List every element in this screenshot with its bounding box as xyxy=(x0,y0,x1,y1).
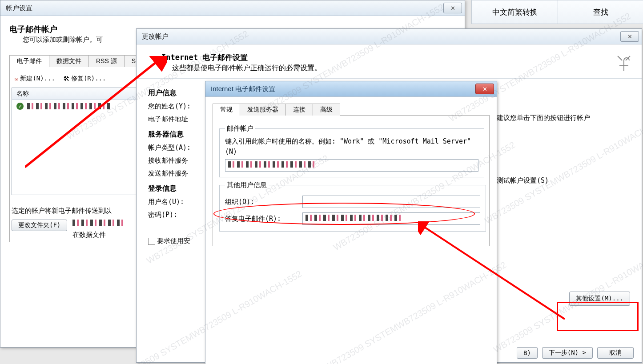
convert-button[interactable]: 中文简繁转换 xyxy=(472,0,558,24)
new-account-button[interactable]: ✉ 新建(N)... xyxy=(12,73,58,84)
close-icon[interactable]: ✕ xyxy=(475,84,494,94)
next-button[interactable]: 下一步(N) > xyxy=(542,347,593,359)
settings-tabs: 常规 发送服务器 连接 高级 xyxy=(213,103,490,116)
back-button[interactable]: B) xyxy=(517,347,538,359)
help-text: 建议您单击下面的按钮进行帐户 xyxy=(497,112,630,123)
tab-general[interactable]: 常规 xyxy=(213,104,240,116)
internet-email-titlebar: Internet 电子邮件设置 ✕ xyxy=(205,81,497,97)
internet-email-sub: 这些都是使电子邮件帐户正确运行的必需设置。 xyxy=(172,64,627,73)
cursor-icon xyxy=(615,52,635,80)
label-reply-email: 答复电子邮件(R): xyxy=(225,215,302,223)
in-data-file-label: 在数据文件 xyxy=(72,231,126,239)
other-user-info-legend: 其他用户信息 xyxy=(225,181,269,189)
account-settings-title: 帐户设置 xyxy=(3,4,443,12)
change-folder-button[interactable]: 更改文件夹(F) xyxy=(12,220,67,231)
close-icon[interactable]: ✕ xyxy=(443,3,462,13)
tab-advanced[interactable]: 高级 xyxy=(313,104,340,116)
tab-data-files[interactable]: 数据文件 xyxy=(49,55,89,67)
tab-rss[interactable]: RSS 源 xyxy=(88,55,125,67)
other-user-info-fieldset: 其他用户信息 组织(O): 答复电子邮件(R): xyxy=(219,181,486,232)
reply-email-input[interactable] xyxy=(302,212,480,225)
internet-email-title: Internet 电子邮件设置 xyxy=(208,85,475,93)
close-icon[interactable]: ✕ xyxy=(620,31,639,42)
mail-account-fieldset: 邮件帐户 键入引用此帐户时使用的名称。例如: "Work" 或 "Microso… xyxy=(219,124,484,177)
mail-account-help: 键入引用此帐户时使用的名称。例如: "Work" 或 "Microsoft Ma… xyxy=(225,136,478,156)
spa-checkbox[interactable] xyxy=(148,238,155,245)
mail-icon: ✉ xyxy=(15,75,18,82)
internet-email-settings-window: Internet 电子邮件设置 ✕ 常规 发送服务器 连接 高级 邮件帐户 键入… xyxy=(205,81,497,364)
top-toolbar: 中文简繁转换 查找 xyxy=(471,0,643,24)
label-organization: 组织(O): xyxy=(225,198,302,206)
find-button[interactable]: 查找 xyxy=(558,0,643,24)
more-settings-button[interactable]: 其他设置(M)... xyxy=(569,292,630,306)
wrench-icon: 🛠 xyxy=(63,75,69,82)
tab-connection[interactable]: 连接 xyxy=(285,104,313,116)
change-account-titlebar: 更改帐户 ✕ xyxy=(137,29,642,44)
check-icon: ✓ xyxy=(16,103,24,110)
folder-path-redacted xyxy=(72,220,126,226)
internet-email-heading: Internet 电子邮件设置 xyxy=(161,52,627,63)
change-account-title: 更改帐户 xyxy=(139,32,620,41)
mail-account-legend: 邮件帐户 xyxy=(225,124,255,133)
account-settings-titlebar: 帐户设置 ✕ xyxy=(0,0,465,16)
test-settings-button[interactable]: 测试帐户设置(S) xyxy=(497,176,630,185)
repair-button[interactable]: 🛠 修复(R)... xyxy=(60,73,109,84)
cancel-button[interactable]: 取消 xyxy=(597,347,634,359)
account-name-input[interactable] xyxy=(225,159,478,172)
account-name-redacted xyxy=(27,103,112,109)
tab-outgoing-server[interactable]: 发送服务器 xyxy=(240,104,286,116)
tab-email[interactable]: 电子邮件 xyxy=(9,55,49,67)
organization-input[interactable] xyxy=(302,196,480,208)
